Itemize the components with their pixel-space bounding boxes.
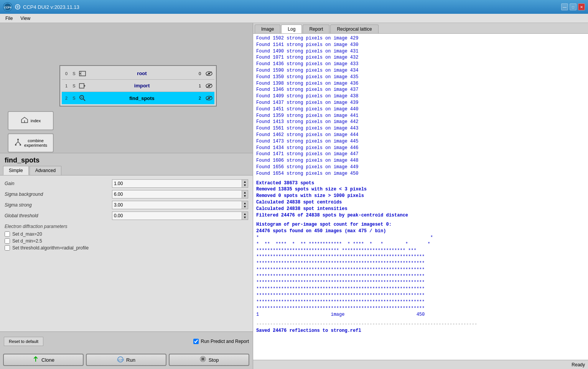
main-content: index combine experiments [0, 23, 588, 369]
index-label: index [31, 118, 41, 123]
close-button[interactable]: ✕ [578, 3, 585, 10]
checkbox-row-d-max: Set d_max=20 [5, 231, 248, 237]
svg-point-17 [80, 73, 81, 74]
checkbox-threshold-algorithm[interactable] [5, 245, 10, 251]
log-line-9: Found 1409 strong pixels on image 438 [256, 93, 585, 100]
log-line-23: Extracted 38673 spots [256, 180, 585, 187]
input-global-threshold-wrap: ▲▼ [112, 212, 248, 220]
menu-view[interactable]: View [16, 15, 34, 22]
root-icon [77, 70, 88, 77]
log-line-42: ****************************************… [256, 299, 585, 305]
input-global-threshold[interactable] [112, 212, 242, 220]
log-line-38: ****************************************… [256, 273, 585, 280]
tab-log[interactable]: Log [281, 25, 302, 33]
log-line-16: Found 1473 strong pixels on image 445 [256, 138, 585, 145]
eye-icon-import[interactable] [204, 83, 214, 89]
maximize-button[interactable]: □ [570, 3, 576, 10]
window-title: CCP4 DUI2 v:2023.11.13 [23, 4, 79, 10]
log-line-20: Found 1656 strong pixels on image 449 [256, 164, 585, 171]
log-line-17: Found 1434 strong pixels on image 446 [256, 145, 585, 151]
input-gain[interactable] [112, 179, 242, 188]
clone-button[interactable]: Clone [3, 354, 84, 366]
spin-global-threshold[interactable]: ▲▼ [242, 212, 248, 220]
checkbox-row-d-min: Set d_min=2.5 [5, 238, 248, 244]
combine-label: combine experiments [24, 138, 47, 148]
eye-icon-find-spots[interactable] [204, 95, 214, 101]
bottom-bar: Reset to default Run Predict and Report [0, 331, 253, 351]
label-global-threshold: Global threshold [5, 213, 112, 218]
eye-icon-root[interactable] [204, 71, 214, 76]
input-sigma-background[interactable] [112, 190, 242, 198]
log-line-3: Found 1071 strong pixels on image 432 [256, 54, 585, 61]
spin-gain[interactable]: ▲▼ [242, 179, 248, 188]
log-line-4: Found 1436 strong pixels on image 433 [256, 61, 585, 67]
log-line-22 [256, 177, 585, 180]
svg-rect-35 [201, 358, 204, 361]
stop-button[interactable]: Stop [169, 354, 249, 366]
svg-rect-21 [79, 84, 84, 88]
stop-label: Stop [209, 357, 219, 363]
svg-point-10 [17, 139, 19, 140]
log-line-0: Found 1502 strong pixels on image 429 [256, 35, 585, 42]
sidebar-btn-combine[interactable]: combine experiments [8, 133, 54, 153]
left-panel: index combine experiments [0, 23, 253, 369]
pipeline-row-find-spots: 2 S find_spots 2 [62, 92, 214, 104]
tab-report[interactable]: Report [303, 25, 329, 33]
log-line-47: Saved 24476 reflections to strong.refl [256, 328, 585, 334]
log-line-30: Histogram of per-image spot count for im… [256, 221, 585, 228]
log-line-15: Found 1462 strong pixels on image 444 [256, 132, 585, 138]
input-sigma-strong[interactable] [112, 201, 242, 209]
menu-file[interactable]: File [2, 15, 16, 22]
sidebar-btn-index[interactable]: index [8, 111, 54, 130]
tab-reciprocal-lattice[interactable]: Reciprocal lattice [330, 25, 378, 33]
form-row-sigma-strong: Sigma strong ▲▼ [5, 201, 248, 209]
run-predict-label: Run Predict and Report [201, 339, 249, 344]
log-line-41: ****************************************… [256, 292, 585, 299]
log-line-12: Found 1359 strong pixels on image 441 [256, 113, 585, 119]
run-predict-checkbox[interactable] [193, 339, 199, 344]
log-line-29 [256, 218, 585, 221]
label-sigma-strong: Sigma strong [5, 202, 112, 208]
log-line-39: ****************************************… [256, 279, 585, 286]
label-gain: Gain [5, 181, 112, 186]
label-threshold-algorithm: Set threshold.algorithm=radial_profile [12, 245, 89, 251]
svg-line-27 [83, 99, 85, 101]
log-line-14: Found 1561 strong pixels on image 443 [256, 125, 585, 132]
action-buttons: Clone CCP4 Run [0, 351, 253, 369]
import-icon [77, 82, 88, 90]
checkbox-d-min[interactable] [5, 238, 10, 244]
minimize-button[interactable]: — [561, 3, 568, 10]
log-area[interactable]: Found 1502 strong pixels on image 429Fou… [253, 34, 588, 360]
svg-marker-22 [84, 85, 86, 87]
reset-button[interactable]: Reset to default [4, 337, 43, 346]
log-line-6: Found 1350 strong pixels on image 435 [256, 74, 585, 80]
tab-advanced[interactable]: Advanced [30, 166, 61, 175]
log-line-28: Filtered 24476 of 24838 spots by peak-ce… [256, 212, 585, 219]
checkbox-d-max[interactable] [5, 231, 10, 237]
log-line-24: Removed 13835 spots with size < 3 pixels [256, 186, 585, 193]
log-line-10: Found 1437 strong pixels on image 439 [256, 100, 585, 106]
tab-image[interactable]: Image [255, 25, 280, 33]
electron-diffraction-title: Electron diffraction parameters [5, 224, 248, 229]
log-line-11: Found 1451 strong pixels on image 440 [256, 106, 585, 113]
pipeline-graph: 0 S root 0 [59, 65, 217, 107]
status-text: Ready [572, 362, 585, 367]
spin-sigma-strong[interactable]: ▲▼ [242, 201, 248, 209]
sidebar-buttons: index combine experiments [8, 111, 54, 153]
log-line-45 [256, 318, 585, 321]
findspots-title: find_spots [0, 153, 253, 166]
log-line-1: Found 1141 strong pixels on image 430 [256, 42, 585, 48]
tab-simple[interactable]: Simple [3, 166, 29, 175]
log-line-44: 1 image 450 [256, 312, 585, 318]
pipeline-row-root: 0 S root 0 [62, 67, 214, 80]
log-line-26: Calculated 24838 spot centroids [256, 199, 585, 206]
log-line-33: * ** **** * ** ************ * **** * * *… [256, 241, 585, 248]
svg-line-8 [16, 142, 18, 144]
log-line-43: ****************************************… [256, 305, 585, 312]
label-d-max: Set d_max=20 [12, 231, 42, 237]
run-button[interactable]: CCP4 Run [86, 354, 166, 366]
log-line-13: Found 1413 strong pixels on image 442 [256, 119, 585, 125]
spin-sigma-bg[interactable]: ▲▼ [242, 190, 248, 198]
log-line-7: Found 1398 strong pixels on image 436 [256, 80, 585, 87]
title-bar: CCP4 CCP4 DUI2 v:2023.11.13 — □ ✕ [0, 0, 588, 14]
